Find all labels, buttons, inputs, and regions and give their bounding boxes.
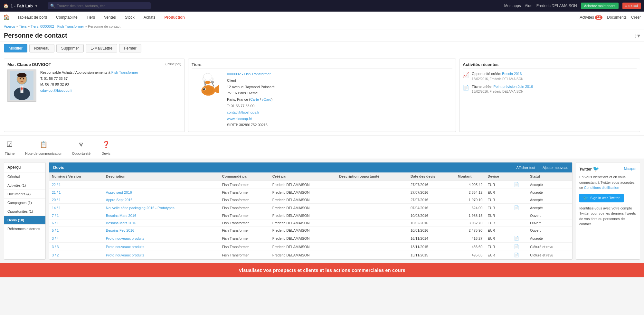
cell-num[interactable]: 3 / 2 [49, 251, 103, 259]
menu-production[interactable]: Production [160, 13, 188, 22]
twitter-sign-button[interactable]: 🐦 Sign in with Twitter [579, 194, 624, 202]
tache-icon: ☑ [4, 139, 15, 150]
cell-desc[interactable]: Besoins Fev 2016 [103, 227, 220, 234]
cell-num[interactable]: 21 / 1 [49, 189, 103, 196]
cell-num[interactable]: 14 / 1 [49, 204, 103, 212]
contact-name: Msr. Claude DUVIGOT [7, 62, 51, 67]
menu-tiers[interactable]: Tiers [83, 13, 99, 22]
search-icon: 🔍 [50, 4, 55, 8]
sort-icon[interactable]: ↕▾ [634, 32, 640, 39]
breadcrumb-tiers[interactable]: Tiers [19, 24, 27, 28]
contact-company-link[interactable]: Fish Transformer [111, 70, 138, 74]
menu-comptabilite[interactable]: Comptabilité [52, 13, 81, 22]
cell-montant: 466,60 [455, 243, 485, 251]
sidebar-item-campagnes[interactable]: Campagnes (1) [4, 199, 45, 207]
activite-1-link[interactable]: Besoin 2016 [502, 72, 522, 76]
tiers-address3: Paris, France (Carte / vCard) [227, 97, 275, 103]
col-numero[interactable]: Numéro / Version [49, 172, 103, 181]
sidebar-item-opportunites[interactable]: Opportunités (1) [4, 207, 45, 216]
cell-cmd: Fish Transformer [220, 243, 270, 251]
col-cree-par[interactable]: Créé par [270, 172, 336, 181]
tiers-email-link[interactable]: contact@bioshops.fr [227, 110, 259, 114]
cell-num[interactable]: 3 / 4 [49, 234, 103, 243]
cell-num[interactable]: 7 / 1 [49, 212, 103, 219]
documents-link[interactable]: Documents [607, 15, 627, 20]
tiers-body: 0000002 - Fish Transformer Client 12 ave… [192, 71, 452, 128]
cell-devise: EUR [485, 204, 511, 212]
twitter-panel: Twitter 🐦 Masquer En vous identifiant et… [576, 162, 640, 260]
email-lettre-button[interactable]: E-Mail/Lettre [86, 44, 117, 52]
activites-link[interactable]: Activités 12 [580, 15, 602, 20]
svg-point-7 [20, 78, 21, 79]
col-commande-par[interactable]: Commandé par [220, 172, 270, 181]
sidebar-item-general[interactable]: Général [4, 172, 45, 181]
contact-email-link[interactable]: cduvigot@biocoop.fr [40, 88, 72, 92]
menu-stock[interactable]: Stock [121, 13, 138, 22]
cell-num[interactable]: 3 / 3 [49, 243, 103, 251]
breadcrumb-fish-transformer[interactable]: Tiers: 0000002 - Fish Transformer [31, 24, 84, 28]
cell-desc[interactable]: Besoins Mars 2016 [103, 212, 220, 219]
col-date[interactable]: Date des devis [408, 172, 455, 181]
table-row: 20 / 1 Appro Sept 2016 Fish Transformer … [49, 196, 572, 204]
table-row: 5 / 1 Besoins Fev 2016 Fish Transformer … [49, 227, 572, 234]
sidebar-item-documents[interactable]: Documents (4) [4, 190, 45, 199]
nouveau-button[interactable]: Nouveau [29, 44, 54, 52]
tiers-code-link[interactable]: 0000002 - Fish Transformer [227, 72, 271, 76]
twitter-title: Twitter 🐦 [579, 166, 599, 172]
cell-desc[interactable]: Nouvelle série packaging 2016 - Prototyp… [103, 204, 220, 212]
breadcrumb-apercu[interactable]: Aperçu [4, 24, 15, 28]
cell-devise: EUR [485, 251, 511, 259]
sidebar-item-activites[interactable]: Activités (1) [4, 181, 45, 190]
menu-tableaux[interactable]: Tableaux de bord [14, 13, 51, 22]
afficher-tout-link[interactable]: Afficher tout [516, 166, 535, 170]
cell-desc[interactable] [103, 181, 220, 189]
col-montant[interactable]: Montant [455, 172, 485, 181]
cell-num[interactable]: 6 / 1 [49, 219, 103, 227]
aide-link[interactable]: Aide [525, 4, 533, 8]
cell-desc[interactable]: Proto nouveaux produits [103, 234, 220, 243]
masquer-link[interactable]: Masquer [624, 167, 637, 171]
tiers-vcard-link[interactable]: vCard [262, 97, 271, 101]
tiers-website-link[interactable]: www.biocoop.fr/ [227, 117, 252, 121]
cell-desc[interactable]: Besoins Mars 2016 [103, 219, 220, 227]
tiers-address2: 75116 Paris 16eme [227, 90, 275, 97]
ajouter-nouveau-link[interactable]: Ajouter nouveau [543, 166, 568, 170]
buy-now-button[interactable]: Achetez maintenant [581, 3, 619, 9]
cell-num[interactable]: 20 / 1 [49, 196, 103, 204]
cell-desc[interactable]: Appro Sept 2016 [103, 196, 220, 204]
fermer-button[interactable]: Fermer [119, 44, 141, 52]
quick-action-opportunite[interactable]: ⛛ Opportunité [72, 139, 90, 155]
activite-2-link[interactable]: Point prévision Juin 2016 [493, 85, 533, 88]
cell-cmd: Fish Transformer [220, 219, 270, 227]
cell-desc[interactable]: Proto nouveaux produits [103, 251, 220, 259]
twitter-conditions-link[interactable]: Conditions d'utilisation [584, 186, 619, 190]
menu-achats[interactable]: Achats [140, 13, 159, 22]
col-devise[interactable]: Devise [485, 172, 511, 181]
creer-link[interactable]: Créer [631, 15, 641, 20]
contact-photo [7, 69, 36, 102]
cell-statut: Clôturé et revu [527, 251, 572, 259]
brand-logo[interactable]: 🏠 1 - Fab Lab ▼ [3, 3, 38, 8]
supprimer-button[interactable]: Supprimer [56, 44, 84, 52]
quick-action-devis[interactable]: ❓ Devis [100, 139, 112, 155]
cell-doc: 📄 [511, 243, 527, 251]
cell-doc: 📄 [511, 204, 527, 212]
col-description[interactable]: Description [103, 172, 220, 181]
tiers-map-link[interactable]: Carte [250, 97, 259, 101]
col-opp[interactable]: Description opportunité [336, 172, 408, 181]
home-menu-icon[interactable]: 🏠 [3, 14, 10, 20]
sidebar-item-devis[interactable]: Devis (10) [4, 216, 45, 225]
modifier-button[interactable]: Modifier [4, 44, 27, 52]
cell-num[interactable]: 5 / 1 [49, 227, 103, 234]
cell-desc[interactable]: Proto nouveaux produits [103, 243, 220, 251]
cell-desc[interactable]: Appro sept 2016 [103, 189, 220, 196]
menu-ventes[interactable]: Ventes [100, 13, 120, 22]
mes-apps-link[interactable]: Mes apps [504, 4, 521, 8]
quick-action-note[interactable]: 📋 Note de communication [25, 139, 62, 155]
exact-logo: = exact [622, 3, 641, 9]
col-statut[interactable]: Statut [527, 172, 572, 181]
sidebar-item-references[interactable]: Références externes [4, 225, 45, 233]
quick-action-tache[interactable]: ☑ Tâche [4, 139, 15, 155]
global-search-input[interactable] [57, 4, 148, 8]
cell-num[interactable]: 22 / 1 [49, 181, 103, 189]
